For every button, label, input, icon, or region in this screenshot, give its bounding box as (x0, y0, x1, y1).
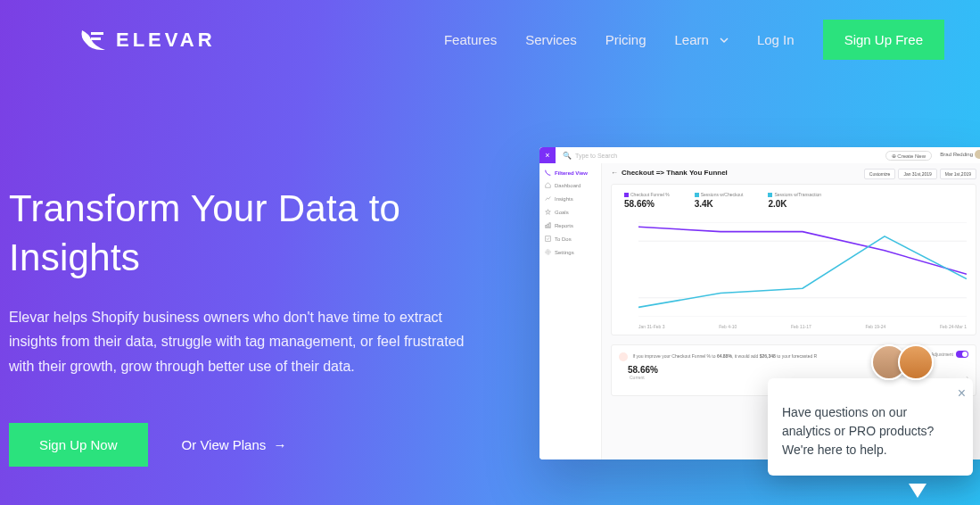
svg-point-6 (547, 251, 549, 253)
nav-login[interactable]: Log In (757, 32, 795, 47)
svg-rect-4 (549, 223, 550, 228)
view-plans-link[interactable]: Or View Plans → (182, 437, 287, 452)
site-header: ELEVAR Features Services Pricing Learn L… (0, 0, 980, 78)
swatch-purple-icon (624, 193, 629, 197)
svg-rect-5 (546, 236, 551, 242)
metric-checkout: Sessions w/Checkout 3.4K (695, 192, 744, 209)
signup-free-button[interactable]: Sign Up Free (823, 20, 944, 60)
avatar[interactable] (975, 150, 980, 159)
search-icon[interactable]: 🔍 (563, 152, 572, 160)
adjustment-toggle[interactable]: Adjustment (931, 351, 968, 358)
sidebar-item-reports[interactable]: Reports (539, 219, 601, 232)
close-icon[interactable]: × (958, 385, 966, 402)
sidebar-item-dashboard[interactable]: Dashboard (539, 178, 601, 192)
agent-avatar (898, 344, 934, 380)
hero-body: Elevar helps Shopify business owners who… (9, 305, 490, 378)
toggle-icon (956, 351, 968, 358)
back-arrow-icon[interactable]: ← (611, 169, 618, 177)
sidebar-item-goals[interactable]: Goals (539, 205, 601, 219)
customize-button[interactable]: Customize (864, 169, 896, 179)
svg-point-7 (546, 250, 551, 255)
hero: Transform Your Data to Insights Elevar h… (0, 78, 499, 467)
nav-pricing[interactable]: Pricing (605, 32, 646, 47)
sidebar: Filtered View Dashboard Insights Goals R… (539, 163, 602, 459)
nav-learn[interactable]: Learn (675, 32, 729, 47)
chart-card: Checkout Funnel % 58.66% Sessions w/Chec… (611, 184, 976, 335)
svg-rect-0 (91, 32, 103, 35)
star-icon (545, 209, 551, 215)
view-plans-label: Or View Plans (182, 437, 267, 452)
sidebar-item-insights[interactable]: Insights (539, 192, 601, 205)
metric-funnel: Checkout Funnel % 58.66% (624, 192, 670, 209)
date-start[interactable]: Jan 31st,2019 (898, 169, 936, 179)
hero-actions: Sign Up Now Or View Plans → (9, 423, 499, 467)
check-icon (545, 236, 551, 242)
svg-rect-2 (546, 226, 547, 228)
logo-text: ELEVAR (116, 29, 216, 52)
signup-now-button[interactable]: Sign Up Now (9, 423, 148, 467)
nav-services[interactable]: Services (525, 32, 577, 47)
breadcrumb: Checkout => Thank You Funnel (622, 169, 728, 177)
lightbulb-icon (619, 352, 628, 361)
search-input[interactable]: Type to Search (575, 153, 617, 159)
sidebar-item-settings[interactable]: Settings (539, 245, 601, 259)
chevron-down-icon (720, 36, 729, 45)
close-icon[interactable]: × (539, 147, 556, 163)
arrow-right-icon: → (273, 437, 286, 452)
logo-icon (78, 27, 107, 54)
chat-avatars[interactable] (871, 344, 934, 380)
metric-transaction: Sessions w/Transaction 2.0K (768, 192, 821, 209)
dashboard-topbar: × 🔍 Type to Search ⊕ Create New Brad Red… (539, 147, 980, 163)
logo-mini-icon (545, 170, 551, 176)
line-chart: 1.4K1.2K600400 (638, 222, 967, 317)
nav-features[interactable]: Features (444, 32, 497, 47)
sidebar-item-todos[interactable]: To Dos (539, 232, 601, 245)
svg-rect-1 (91, 37, 101, 40)
create-new-button[interactable]: ⊕ Create New (885, 151, 932, 161)
gear-icon (545, 249, 551, 255)
svg-rect-3 (548, 224, 548, 228)
date-end[interactable]: Mar 1st,2019 (940, 169, 976, 179)
home-icon (545, 182, 551, 188)
nav-learn-label: Learn (675, 32, 709, 47)
chat-message: Have questions on our analytics or PRO p… (782, 403, 959, 459)
sidebar-header: Filtered View (539, 167, 601, 178)
chat-tail-icon (909, 484, 926, 498)
x-axis-labels: Jan 31-Feb 3 Feb 4-10 Feb 11-17 Feb 19-2… (638, 324, 967, 329)
swatch-blue-icon (695, 193, 699, 197)
hero-title: Transform Your Data to Insights (9, 185, 499, 282)
swatch-blue-icon (768, 193, 772, 197)
user-name[interactable]: Brad Redding (940, 152, 973, 157)
bars-icon (545, 222, 551, 228)
logo[interactable]: ELEVAR (78, 27, 216, 54)
chat-popup: × Have questions on our analytics or PRO… (768, 378, 973, 476)
main-nav: Features Services Pricing Learn Log In S… (444, 20, 944, 60)
chart-icon (545, 195, 551, 202)
